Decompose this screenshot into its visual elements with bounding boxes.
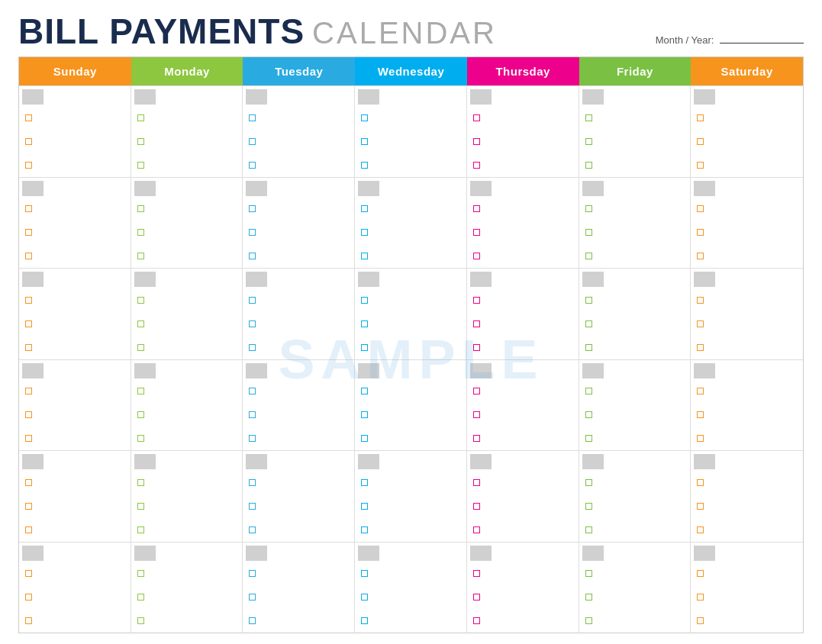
checkbox-item[interactable] xyxy=(361,388,368,394)
checkbox-item[interactable] xyxy=(25,388,32,394)
checkbox-item[interactable] xyxy=(473,320,480,327)
checkbox-item[interactable] xyxy=(585,388,592,394)
checkbox-item[interactable] xyxy=(697,205,704,212)
checkbox-item[interactable] xyxy=(361,344,368,351)
checkbox-item[interactable] xyxy=(137,388,144,394)
checkbox-item[interactable] xyxy=(361,570,368,577)
checkbox-item[interactable] xyxy=(697,297,704,304)
checkbox-item[interactable] xyxy=(249,138,256,145)
checkbox-item[interactable] xyxy=(585,253,592,259)
checkbox-item[interactable] xyxy=(361,479,368,486)
checkbox-item[interactable] xyxy=(697,388,704,394)
checkbox-item[interactable] xyxy=(137,297,144,304)
checkbox-item[interactable] xyxy=(473,411,480,418)
checkbox-item[interactable] xyxy=(473,388,480,394)
checkbox-item[interactable] xyxy=(585,114,592,121)
checkbox-item[interactable] xyxy=(585,205,592,212)
checkbox-item[interactable] xyxy=(137,205,144,212)
checkbox-item[interactable] xyxy=(25,114,32,121)
checkbox-item[interactable] xyxy=(473,503,480,510)
checkbox-item[interactable] xyxy=(585,229,592,236)
checkbox-item[interactable] xyxy=(473,138,480,145)
checkbox-item[interactable] xyxy=(249,114,256,121)
checkbox-item[interactable] xyxy=(473,617,480,624)
checkbox-item[interactable] xyxy=(137,594,144,601)
checkbox-item[interactable] xyxy=(137,344,144,351)
checkbox-item[interactable] xyxy=(25,503,32,510)
checkbox-item[interactable] xyxy=(585,526,592,533)
checkbox-item[interactable] xyxy=(361,253,368,259)
checkbox-item[interactable] xyxy=(473,297,480,304)
checkbox-item[interactable] xyxy=(361,297,368,304)
checkbox-item[interactable] xyxy=(361,114,368,121)
checkbox-item[interactable] xyxy=(697,320,704,327)
checkbox-item[interactable] xyxy=(585,570,592,577)
checkbox-item[interactable] xyxy=(473,344,480,351)
checkbox-item[interactable] xyxy=(473,526,480,533)
checkbox-item[interactable] xyxy=(473,253,480,259)
checkbox-item[interactable] xyxy=(361,411,368,418)
checkbox-item[interactable] xyxy=(697,435,704,442)
checkbox-item[interactable] xyxy=(697,503,704,510)
checkbox-item[interactable] xyxy=(25,435,32,442)
checkbox-item[interactable] xyxy=(25,320,32,327)
checkbox-item[interactable] xyxy=(361,138,368,145)
checkbox-item[interactable] xyxy=(25,594,32,601)
checkbox-item[interactable] xyxy=(697,617,704,624)
checkbox-item[interactable] xyxy=(585,297,592,304)
checkbox-item[interactable] xyxy=(249,411,256,418)
checkbox-item[interactable] xyxy=(697,479,704,486)
checkbox-item[interactable] xyxy=(473,594,480,601)
checkbox-item[interactable] xyxy=(249,253,256,259)
checkbox-item[interactable] xyxy=(585,479,592,486)
checkbox-item[interactable] xyxy=(697,114,704,121)
checkbox-item[interactable] xyxy=(249,229,256,236)
checkbox-item[interactable] xyxy=(249,526,256,533)
checkbox-item[interactable] xyxy=(249,320,256,327)
checkbox-item[interactable] xyxy=(25,253,32,259)
checkbox-item[interactable] xyxy=(25,617,32,624)
checkbox-item[interactable] xyxy=(697,411,704,418)
checkbox-item[interactable] xyxy=(585,344,592,351)
checkbox-item[interactable] xyxy=(249,205,256,212)
checkbox-item[interactable] xyxy=(25,138,32,145)
checkbox-item[interactable] xyxy=(137,162,144,169)
checkbox-item[interactable] xyxy=(25,205,32,212)
checkbox-item[interactable] xyxy=(585,162,592,169)
checkbox-item[interactable] xyxy=(25,162,32,169)
checkbox-item[interactable] xyxy=(585,320,592,327)
checkbox-item[interactable] xyxy=(249,297,256,304)
checkbox-item[interactable] xyxy=(585,411,592,418)
checkbox-item[interactable] xyxy=(137,503,144,510)
checkbox-item[interactable] xyxy=(585,617,592,624)
checkbox-item[interactable] xyxy=(249,617,256,624)
checkbox-item[interactable] xyxy=(473,205,480,212)
checkbox-item[interactable] xyxy=(249,388,256,394)
checkbox-item[interactable] xyxy=(25,479,32,486)
checkbox-item[interactable] xyxy=(361,229,368,236)
checkbox-item[interactable] xyxy=(473,229,480,236)
checkbox-item[interactable] xyxy=(697,253,704,259)
checkbox-item[interactable] xyxy=(361,320,368,327)
checkbox-item[interactable] xyxy=(361,503,368,510)
checkbox-item[interactable] xyxy=(137,617,144,624)
checkbox-item[interactable] xyxy=(361,435,368,442)
checkbox-item[interactable] xyxy=(361,594,368,601)
checkbox-item[interactable] xyxy=(361,205,368,212)
checkbox-item[interactable] xyxy=(25,344,32,351)
checkbox-item[interactable] xyxy=(473,114,480,121)
checkbox-item[interactable] xyxy=(249,479,256,486)
checkbox-item[interactable] xyxy=(361,162,368,169)
checkbox-item[interactable] xyxy=(361,526,368,533)
checkbox-item[interactable] xyxy=(249,344,256,351)
checkbox-item[interactable] xyxy=(473,570,480,577)
checkbox-item[interactable] xyxy=(137,320,144,327)
checkbox-item[interactable] xyxy=(249,162,256,169)
checkbox-item[interactable] xyxy=(25,229,32,236)
checkbox-item[interactable] xyxy=(137,253,144,259)
checkbox-item[interactable] xyxy=(473,162,480,169)
checkbox-item[interactable] xyxy=(249,435,256,442)
checkbox-item[interactable] xyxy=(697,229,704,236)
checkbox-item[interactable] xyxy=(25,411,32,418)
checkbox-item[interactable] xyxy=(697,526,704,533)
